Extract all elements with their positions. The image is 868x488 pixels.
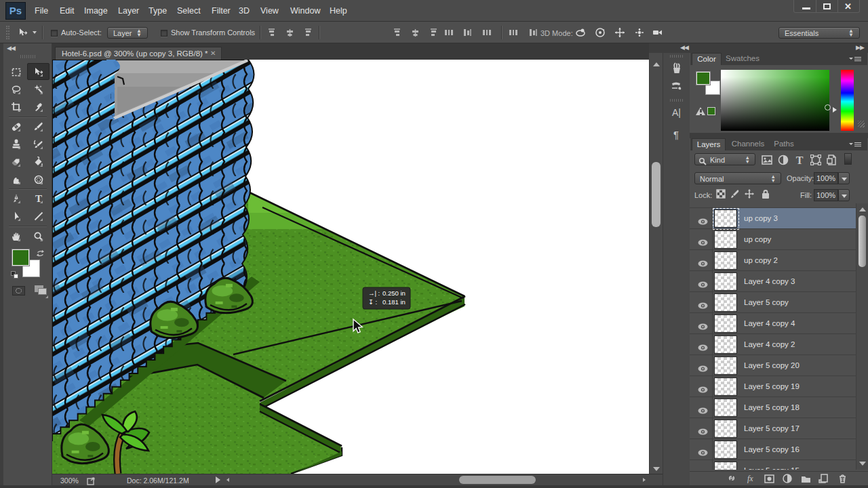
svg-text:0.181 in: 0.181 in	[382, 298, 406, 306]
svg-text:T: T	[796, 155, 804, 165]
svg-text:fx: fx	[747, 474, 753, 483]
svg-text:↧ :: ↧ :	[368, 298, 377, 306]
svg-text:→| :: →| :	[368, 289, 380, 297]
svg-text:0.250 in: 0.250 in	[382, 289, 406, 297]
